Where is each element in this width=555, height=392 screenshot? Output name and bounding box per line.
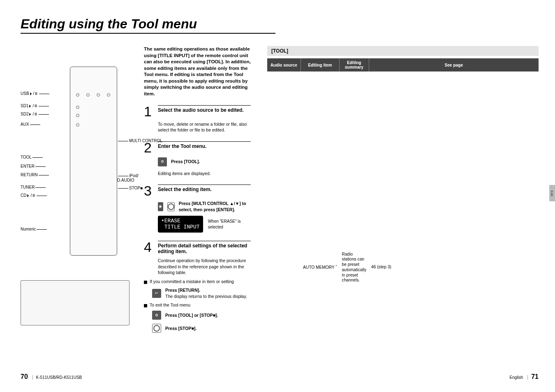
remote-label-stop: STOP■: [117, 186, 143, 190]
remote-label-tool: TOOL: [21, 155, 44, 159]
step-2-title: Enter the Tool menu.: [158, 143, 251, 149]
th-item: Editing item: [301, 58, 340, 71]
tool-button-icon: ⚙: [158, 157, 167, 166]
step-1-body: To move, delete or rename a folder or fi…: [158, 121, 251, 133]
step-3-display: •ERASE TITLE INPUT: [158, 216, 203, 233]
page-number-left: 70: [21, 373, 28, 380]
mistake-note-text: If you committed a mistake in item or se…: [150, 279, 234, 284]
remote-label-tuner: TUNER: [21, 185, 46, 189]
step-4-title: Perform detail settings of the selected …: [158, 243, 251, 254]
step-1-title: Select the audio source to be edited.: [158, 107, 251, 113]
model-id: K-511USB/RD-K511USB: [32, 375, 82, 380]
table-column: [TOOL] Audio source Editing item Editing…: [267, 46, 539, 392]
th-page: See page: [369, 58, 539, 71]
step-3-display-note: When "ERASE" is selected: [208, 219, 251, 230]
remote-diagram: USB⏵/⏸ SD1⏵/⏸ SD2⏵/⏸ AUX TOOL ENTER RETU…: [21, 50, 136, 264]
remote-label-enter: ENTER: [21, 164, 46, 168]
instruction-column: The same editing operations as those ava…: [144, 46, 251, 392]
remote-label-cd: CD⏵/⏸: [21, 193, 48, 198]
remote-label-sd1: SD1⏵/⏸: [21, 104, 50, 108]
remote-label-return: RETURN: [21, 173, 50, 177]
page-cell: 46 (step 3): [369, 71, 539, 392]
remote-label-aux: AUX: [21, 122, 41, 127]
side-tab: Edit: [549, 185, 555, 201]
page-number-right: 71: [531, 373, 539, 380]
tool-section-header: [TOOL]: [267, 46, 539, 56]
remote-label-numeric: Numeric: [21, 227, 48, 231]
multicontrol-icon: ◉: [158, 202, 163, 211]
dial-icon: [167, 202, 175, 211]
exit-press-1: Press [TOOL] or [STOP■].: [165, 312, 218, 318]
tool-stop-icon: ⚙: [152, 311, 161, 320]
step-4-number: 4: [144, 241, 155, 254]
step-3-press: Press [MULTI CONTROL ▲/▼] to select, the…: [179, 201, 251, 212]
exit-press-2: Press [STOP■].: [165, 325, 197, 332]
step-1-number: 1: [144, 105, 155, 118]
step-4: 4 Perform detail settings of the selecte…: [144, 241, 251, 276]
return-press: Press [RETURN].: [165, 287, 247, 293]
step-3-title: Select the editing item.: [158, 187, 251, 192]
footer-left: 70 K-511USB/RD-K511USB: [21, 373, 82, 380]
exit-note-text: To exit the Tool menu: [150, 302, 190, 307]
footer-right: English 71: [510, 373, 539, 380]
table-row: TUNERAUTO MEMORY *Radio stations can be …: [267, 71, 539, 392]
remote-label-usb: USB⏵/⏸: [21, 91, 50, 96]
return-icon: ↩: [152, 289, 161, 298]
step-2-after: Editing items are displayed.: [158, 171, 251, 177]
th-source: Audio source: [267, 58, 301, 71]
step-4-body: Continue operation by following the proc…: [158, 258, 251, 276]
intro-paragraph: The same editing operations as those ava…: [144, 46, 251, 97]
remote-label-ipod: iPod/ D.AUDIO: [117, 173, 139, 182]
return-body: The display returns to the previous disp…: [165, 293, 247, 300]
tool-table: Audio source Editing item Editing summar…: [267, 58, 539, 392]
stop-dial-icon: [152, 324, 161, 333]
diagram-column: USB⏵/⏸ SD1⏵/⏸ SD2⏵/⏸ AUX TOOL ENTER RETU…: [21, 46, 136, 392]
step-1: 1 Select the audio source to be edited. …: [144, 105, 251, 133]
step-2-number: 2: [144, 141, 155, 154]
remote-label-sd2: SD2⏵/⏸: [21, 112, 50, 116]
th-summary: Editing summary: [340, 58, 369, 71]
exit-note: To exit the Tool menu: [144, 302, 251, 307]
mistake-note: If you committed a mistake in item or se…: [144, 279, 251, 284]
remote-label-multi: MULTI CONTROL: [117, 138, 162, 143]
step-3: 3 Select the editing item. ◉ Press [MULT…: [144, 184, 251, 233]
summary-cell: Radio stations can be preset automatical…: [340, 71, 369, 392]
title-rule: [21, 33, 275, 34]
device-diagram: [21, 280, 130, 325]
step-2-press: Press [TOOL].: [171, 159, 200, 165]
step-3-number: 3: [144, 184, 155, 197]
source-cell: TUNER: [267, 71, 301, 392]
language-label: English: [510, 375, 523, 380]
editing-item-cell: AUTO MEMORY *: [301, 71, 340, 392]
page-title: Editing using the Tool menu: [21, 16, 539, 32]
step-2: 2 Enter the Tool menu. ⚙ Press [TOOL]. E…: [144, 141, 251, 176]
